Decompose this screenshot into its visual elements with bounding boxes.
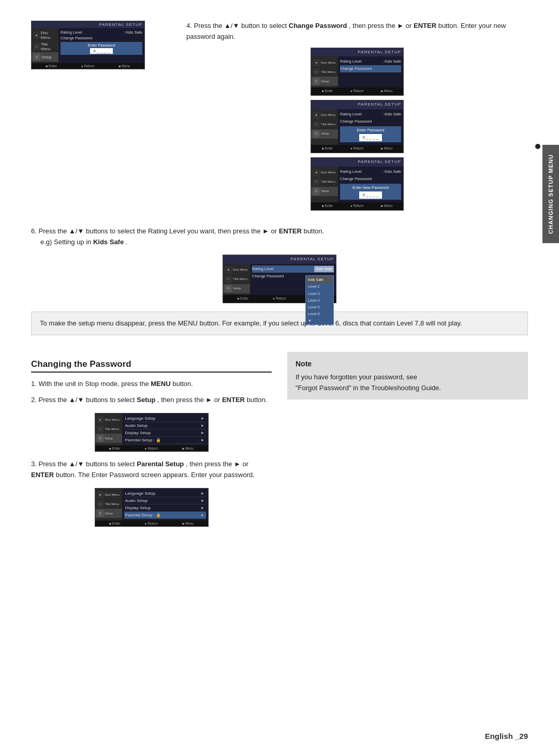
pw-field-r2: 0 _ _ _ _ bbox=[359, 134, 381, 142]
display-setup-row-2: Display Setup ► bbox=[124, 505, 206, 512]
info-box: To make the setup menu disappear, press … bbox=[31, 312, 528, 336]
title-icon-r3: □ bbox=[313, 179, 320, 186]
step4-then: , then press the ► or bbox=[349, 22, 411, 29]
step6-text: 6. Press the ▲/▼ buttons to select the R… bbox=[31, 226, 528, 248]
step3-enter: ENTER bbox=[31, 471, 54, 479]
audio-setup-row: Audio Setup ► bbox=[124, 422, 206, 429]
screen-footer-1: ■ Enter ● Return ■ Menu bbox=[32, 63, 144, 69]
setup-content-2: ● Disc Menu □ Title Menu S Setup bbox=[95, 488, 208, 521]
dropdown-arrow: ▼ bbox=[307, 317, 332, 324]
disc-icon-level: ● bbox=[225, 266, 232, 274]
note-box: Note If you have forgotten your password… bbox=[287, 352, 528, 399]
nav-title-s2: □ Title Menu bbox=[95, 499, 122, 509]
setup-main-2: Language Setup ► Audio Setup ► Display S… bbox=[122, 488, 208, 521]
step6-text2: button. bbox=[303, 227, 324, 235]
left-col: Changing the Password 1. With the unit i… bbox=[31, 344, 272, 533]
nav-title-r1: □ Title Menu bbox=[311, 67, 338, 77]
step2-setup: Setup bbox=[137, 396, 155, 404]
nav-disc-menu: ● Disc Menu bbox=[32, 29, 58, 41]
nav-title-s1: □ Title Menu bbox=[95, 424, 122, 434]
screen-wrap-setup1: ● Disc Menu □ Title Menu S Setup bbox=[31, 413, 272, 452]
setup-nav-1: ● Disc Menu □ Title Menu S Setup bbox=[95, 413, 122, 446]
screen-sidebar-r3: ● Disc Menu □ Title Menu S Setup bbox=[311, 167, 403, 203]
nav-title-r3: □ Title Menu bbox=[311, 177, 338, 187]
step4-press: Press the ▲/▼ button to select bbox=[194, 22, 287, 29]
new-pw-field-r3: 0 _ _ _ _ bbox=[359, 191, 381, 199]
step2-enter: ENTER bbox=[222, 396, 245, 404]
screen-content-r3: Rating Level : Kids Safe Change Password… bbox=[338, 167, 403, 203]
display-setup-row: Display Setup ► bbox=[124, 429, 206, 437]
screen-header-r2: PARENTAL SETUP bbox=[311, 100, 403, 109]
right-col: Note If you have forgotten your password… bbox=[287, 344, 528, 533]
screen-setup2: ● Disc Menu □ Title Menu S Setup bbox=[95, 488, 209, 527]
step6-example: e.g) Setting up in Kids Safe . bbox=[31, 238, 127, 246]
dropdown-level2: Level 2 bbox=[307, 283, 332, 290]
screen-setup1: ● Disc Menu □ Title Menu S Setup bbox=[95, 413, 209, 452]
nav-setup-level: S Setup bbox=[223, 284, 250, 293]
screen-footer-r2: ■ Enter ● Return ■ Menu bbox=[311, 145, 403, 152]
screen-level: PARENTAL SETUP ● Disc Menu □ Title Menu … bbox=[223, 255, 336, 303]
step6-main: Press the ▲/▼ buttons to select the Rati… bbox=[38, 227, 277, 235]
nav-disc-level: ● Disc Menu bbox=[223, 265, 250, 275]
step4-change-password: Change Password bbox=[289, 22, 347, 29]
disc-icon: ● bbox=[33, 32, 39, 39]
screen-sidebar-level: ● Disc Menu □ Title Menu S Setup bbox=[223, 264, 336, 295]
dropdown-level6: Level 6 bbox=[307, 310, 332, 317]
title-icon-s1: □ bbox=[97, 425, 104, 433]
step4-enter: ENTER bbox=[414, 22, 436, 29]
screen-wrap-setup2: ● Disc Menu □ Title Menu S Setup bbox=[31, 488, 272, 527]
page-footer: English _29 bbox=[485, 732, 528, 740]
screen-content-level: Rating Level Kids Safe Change Password K… bbox=[250, 264, 336, 295]
step4-text: 4. Press the ▲/▼ button to select Change… bbox=[186, 21, 528, 211]
level-dropdown: Kids Safe Level 2 Level 3 Level 4 Level … bbox=[305, 275, 334, 325]
nav-setup-r3: S Setup bbox=[311, 187, 338, 196]
parental-setup-row-2-hl: Parental Setup : 🔒 ► bbox=[124, 512, 206, 519]
dropdown-level5: Level 5 bbox=[307, 304, 332, 310]
step4-number: 4. bbox=[186, 22, 194, 29]
nav-setup-r2: S Setup bbox=[311, 129, 338, 139]
setup-icon-r1: S bbox=[313, 78, 320, 85]
title-icon-level: □ bbox=[225, 276, 232, 283]
changing-password-heading: Changing the Password bbox=[31, 359, 272, 373]
screen-sidebar-r1: ● Disc Menu □ Title Menu S Setup bbox=[311, 56, 403, 87]
change-pw-r1: Change Password bbox=[340, 65, 401, 72]
nav-setup-r1: S Setup bbox=[311, 77, 338, 86]
setup-icon-r2: S bbox=[313, 130, 320, 138]
right-screens: PARENTAL SETUP ● Disc Menu □ Title Menu bbox=[186, 48, 528, 211]
nav-setup-s1: S Setup bbox=[95, 434, 122, 443]
dropdown-level3: Level 3 bbox=[307, 290, 332, 297]
nav-disc-r1: ● Disc Menu bbox=[311, 58, 338, 67]
step1: 1. With the unit in Stop mode, press the… bbox=[31, 379, 272, 390]
screen-footer-r3: ■ Enter ● Return ■ Menu bbox=[311, 202, 403, 210]
step6: 6. Press the ▲/▼ buttons to select the R… bbox=[31, 226, 528, 303]
step1-text: With the unit in Stop mode, press the bbox=[38, 380, 149, 388]
change-password-row: Change Password bbox=[61, 35, 142, 41]
disc-icon-r2: ● bbox=[313, 112, 320, 119]
setup-icon: S bbox=[33, 53, 40, 61]
title-icon: □ bbox=[33, 43, 40, 50]
disc-icon-s1: ● bbox=[97, 416, 104, 423]
note-title: Note bbox=[296, 358, 520, 369]
title-icon-r1: □ bbox=[313, 68, 320, 76]
step2-text2: , then press the ► or bbox=[157, 396, 220, 404]
setup-icon-s1: S bbox=[97, 435, 104, 442]
screen-parental-top: PARENTAL SETUP ● Disc Menu □ Title Menu … bbox=[31, 21, 145, 69]
title-icon-s2: □ bbox=[97, 500, 104, 508]
note-line2: "Forgot Password" in the Troubleshooting… bbox=[296, 383, 520, 394]
step3: 3. Press the ▲/▼ buttons to select Paren… bbox=[31, 459, 272, 481]
setup-content-1: ● Disc Menu □ Title Menu S Setup bbox=[95, 413, 208, 446]
two-col-layout: Changing the Password 1. With the unit i… bbox=[31, 344, 528, 533]
step2-text: Press the ▲/▼ buttons to select bbox=[38, 396, 135, 404]
screen-footer-s2: ■ Enter ● Return ■ Menu bbox=[95, 521, 208, 526]
screen-nav-level: ● Disc Menu □ Title Menu S Setup bbox=[223, 264, 250, 295]
nav-disc-s2: ● Disc Menu bbox=[95, 490, 122, 499]
screen-header-level: PARENTAL SETUP bbox=[223, 255, 336, 264]
rating-level-row: Rating Level : Kids Safe bbox=[61, 29, 142, 35]
step3-text3: button. The Enter Password screen appear… bbox=[56, 471, 255, 479]
parental-setup-row: Parental Setup : 🔒 ► bbox=[124, 437, 206, 444]
screen-right-2: PARENTAL SETUP ● Disc Menu □ Title Menu bbox=[311, 100, 404, 153]
rating-level-row-hl: Rating Level Kids Safe bbox=[252, 265, 334, 273]
nav-disc-r3: ● Disc Menu bbox=[311, 168, 338, 177]
screen-footer-s1: ■ Enter ● Return ■ Menu bbox=[95, 446, 208, 451]
screen-header-r1: PARENTAL SETUP bbox=[311, 48, 403, 57]
